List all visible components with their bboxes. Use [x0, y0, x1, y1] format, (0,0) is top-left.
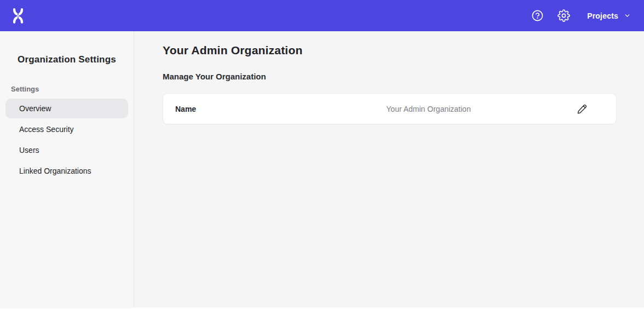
help-circle-icon[interactable]	[528, 7, 547, 25]
page-title: Your Admin Organization	[163, 44, 617, 57]
sidebar-item-overview[interactable]: Overview	[5, 99, 128, 118]
name-field-value: Your Admin Organization	[285, 105, 572, 113]
settings-sidebar: Organization Settings Settings OverviewA…	[0, 31, 134, 309]
topbar-actions: Projects	[528, 7, 631, 25]
sidebar-item-users[interactable]: Users	[5, 140, 128, 160]
sidebar-item-access-security[interactable]: Access Security	[5, 119, 128, 139]
projects-dropdown-button[interactable]: Projects	[587, 12, 631, 20]
sidebar-title: Organization Settings	[0, 54, 134, 65]
section-title: Manage Your Organization	[163, 72, 617, 81]
main-content: Your Admin Organization Manage Your Orga…	[134, 31, 644, 309]
projects-label: Projects	[587, 12, 618, 20]
sidebar-section-label: Settings	[11, 85, 134, 93]
organization-name-card: Name Your Admin Organization	[163, 93, 617, 124]
pencil-icon[interactable]	[572, 99, 592, 119]
sidebar-item-linked-organizations[interactable]: Linked Organizations	[5, 161, 128, 181]
gear-icon[interactable]	[554, 7, 573, 25]
top-navigation-bar: Projects	[0, 0, 644, 31]
chevron-down-icon	[624, 12, 631, 19]
page-layout: Organization Settings Settings OverviewA…	[0, 31, 644, 309]
sidebar-nav: OverviewAccess SecurityUsersLinked Organ…	[0, 99, 134, 181]
x-logo-icon[interactable]	[10, 8, 26, 24]
name-field-label: Name	[175, 105, 285, 113]
